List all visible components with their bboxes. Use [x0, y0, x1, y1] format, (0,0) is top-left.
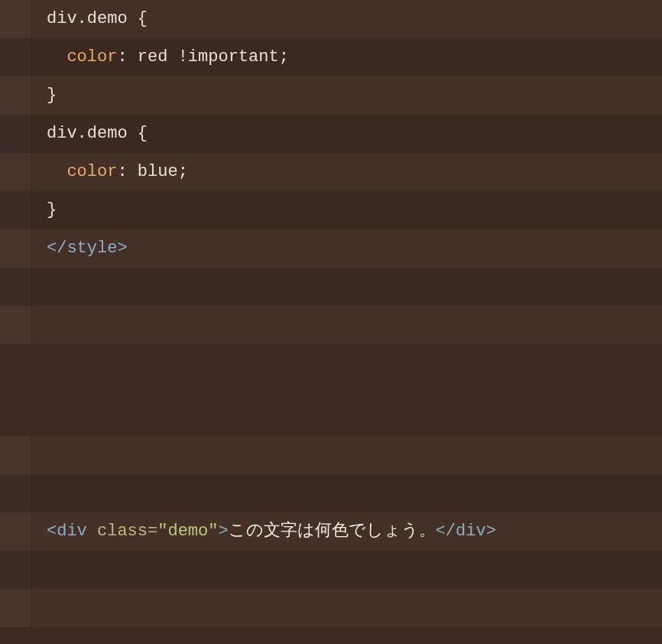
code-line: </style>: [0, 229, 662, 268]
code-token: </div>: [436, 522, 496, 541]
code-line: [0, 551, 662, 589]
gutter: [0, 38, 31, 76]
code-content: color: blue;: [31, 153, 188, 191]
code-line: <div class="demo">この文字は何色でしょう。</div>: [0, 512, 662, 551]
code-line: div.demo {: [0, 115, 662, 153]
code-line: [0, 436, 662, 474]
code-content: }: [31, 76, 57, 115]
gutter: [0, 551, 31, 589]
code-line: color: blue;: [0, 153, 662, 191]
gutter: [0, 512, 31, 551]
code-token: この文字は何色でしょう。: [229, 522, 436, 541]
code-content: div.demo {: [31, 115, 148, 153]
code-token: color: [67, 47, 117, 67]
code-token: }: [47, 86, 57, 105]
gutter: [0, 474, 31, 512]
code-content: div.demo {: [31, 0, 148, 38]
code-token: </style>: [47, 239, 128, 258]
code-content: </style>: [31, 229, 128, 268]
html-code-block: <div class="demo">この文字は何色でしょう。</div>: [0, 390, 662, 644]
gutter: [0, 76, 31, 115]
code-token: }: [47, 200, 57, 220]
gutter: [0, 589, 31, 627]
code-token: "demo": [157, 522, 218, 541]
code-content: }: [31, 191, 57, 229]
code-token: div.demo {: [47, 9, 148, 28]
code-line: }: [0, 191, 662, 229]
code-token: class=: [97, 522, 157, 541]
gutter: [0, 115, 31, 153]
gutter: [0, 153, 31, 191]
code-token: >: [218, 522, 228, 541]
code-content: <div class="demo">この文字は何色でしょう。</div>: [31, 512, 496, 551]
code-line: [0, 474, 662, 512]
gutter: [0, 268, 31, 306]
code-line: [0, 306, 662, 344]
gutter: [0, 191, 31, 229]
code-line: [0, 589, 662, 627]
code-token: <div: [47, 522, 97, 541]
code-token: div.demo {: [47, 124, 148, 143]
css-code-block: div.demo { color: red !important;}div.de…: [0, 0, 662, 375]
code-token: color: [67, 162, 117, 181]
gutter: [0, 229, 31, 268]
gutter: [0, 306, 31, 344]
code-line: div.demo {: [0, 0, 662, 38]
code-content: color: red !important;: [31, 38, 289, 76]
code-line: [0, 268, 662, 306]
gutter: [0, 0, 31, 38]
code-token: : blue;: [117, 162, 187, 181]
code-line: color: red !important;: [0, 38, 662, 76]
code-line: }: [0, 76, 662, 115]
code-token: : red !important;: [117, 47, 288, 67]
gutter: [0, 436, 31, 474]
